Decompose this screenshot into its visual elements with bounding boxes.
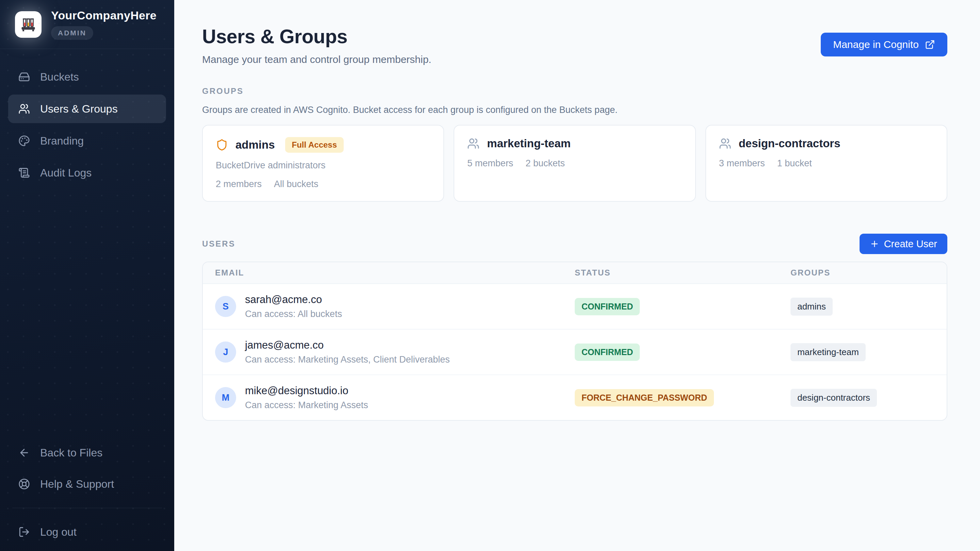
sidebar-item-label: Branding <box>40 135 84 147</box>
footer-item-label: Log out <box>40 526 76 538</box>
avatar: M <box>215 387 236 408</box>
page-subtitle: Manage your team and control group membe… <box>202 54 431 65</box>
life-buoy-icon <box>18 478 30 490</box>
sidebar: YourCompanyHere ADMIN Buckets Users & Gr… <box>0 0 174 551</box>
group-card-design-contractors[interactable]: design-contractors 3 members 1 bucket <box>705 125 947 202</box>
group-name: admins <box>235 138 275 151</box>
groups-section-label: GROUPS <box>202 86 947 96</box>
log-out-icon <box>18 526 30 538</box>
users-table-header: EMAIL STATUS GROUPS <box>203 262 947 284</box>
manage-button-label: Manage in Cognito <box>833 39 919 50</box>
page-title: Users & Groups <box>202 25 431 48</box>
group-description: BucketDrive administrators <box>216 160 430 171</box>
company-logo <box>15 11 41 38</box>
admin-role-badge: ADMIN <box>51 26 93 40</box>
users-table: EMAIL STATUS GROUPS S sarah@acme.co Can … <box>202 262 947 421</box>
group-chip: admins <box>791 298 833 316</box>
arrow-left-icon <box>18 447 30 459</box>
sidebar-item-label: Buckets <box>40 71 79 83</box>
user-access: Can access: Marketing Assets <box>245 400 368 411</box>
group-members-count: 3 members <box>719 158 765 169</box>
column-header-groups: GROUPS <box>791 268 934 278</box>
avatar: J <box>215 341 236 362</box>
group-chip: marketing-team <box>791 343 865 361</box>
group-card-admins[interactable]: admins Full Access BucketDrive administr… <box>202 125 444 202</box>
group-card-marketing-team[interactable]: marketing-team 5 members 2 buckets <box>453 125 695 202</box>
user-email: sarah@acme.co <box>245 294 342 306</box>
log-out-button[interactable]: Log out <box>8 518 166 546</box>
footer-item-label: Help & Support <box>40 478 114 491</box>
status-badge: FORCE_CHANGE_PASSWORD <box>575 389 714 407</box>
sidebar-header: YourCompanyHere ADMIN <box>0 0 174 49</box>
group-chip: design-contractors <box>791 389 877 407</box>
table-row[interactable]: S sarah@acme.co Can access: All buckets … <box>203 284 947 330</box>
group-name: marketing-team <box>487 137 571 150</box>
status-badge: CONFIRMED <box>575 298 640 315</box>
group-buckets-count: 1 bucket <box>777 158 812 169</box>
main-content: Users & Groups Manage your team and cont… <box>174 0 980 551</box>
users-section-label: USERS <box>202 239 235 249</box>
create-user-button[interactable]: Create User <box>859 233 947 254</box>
table-row[interactable]: J james@acme.co Can access: Marketing As… <box>203 330 947 375</box>
column-header-email: EMAIL <box>215 268 575 278</box>
groups-section-description: Groups are created in AWS Cognito. Bucke… <box>202 105 947 115</box>
footer-item-label: Back to Files <box>40 446 102 459</box>
sidebar-item-buckets[interactable]: Buckets <box>8 63 166 91</box>
sidebar-item-label: Users & Groups <box>40 103 118 115</box>
user-access: Can access: Marketing Assets, Client Del… <box>245 354 450 365</box>
table-row[interactable]: M mike@designstudio.io Can access: Marke… <box>203 375 947 420</box>
company-name: YourCompanyHere <box>51 9 156 22</box>
user-email: james@acme.co <box>245 339 450 351</box>
plus-icon <box>870 239 879 249</box>
sidebar-footer: Back to Files Help & Support Log out <box>0 432 174 551</box>
help-support-link[interactable]: Help & Support <box>8 470 166 498</box>
footer-divider <box>12 508 162 508</box>
status-badge: CONFIRMED <box>575 343 640 361</box>
column-header-status: STATUS <box>575 268 791 278</box>
palette-icon <box>18 135 30 147</box>
users-icon <box>18 103 30 114</box>
users-icon <box>719 137 731 150</box>
sidebar-item-users-groups[interactable]: Users & Groups <box>8 95 166 123</box>
avatar: S <box>215 296 236 317</box>
group-buckets-count: All buckets <box>274 179 318 189</box>
scroll-icon <box>18 167 30 179</box>
users-icon <box>467 137 479 150</box>
group-buckets-count: 2 buckets <box>525 158 565 169</box>
external-link-icon <box>925 40 935 50</box>
sidebar-nav: Buckets Users & Groups Branding Audit Lo… <box>0 49 174 201</box>
group-cards: admins Full Access BucketDrive administr… <box>202 125 947 202</box>
full-access-badge: Full Access <box>285 137 344 153</box>
group-members-count: 2 members <box>216 179 262 189</box>
user-email: mike@designstudio.io <box>245 385 368 397</box>
group-members-count: 5 members <box>467 158 513 169</box>
back-to-files-link[interactable]: Back to Files <box>8 438 166 467</box>
hard-drive-icon <box>18 71 30 83</box>
sidebar-item-label: Audit Logs <box>40 167 92 179</box>
user-access: Can access: All buckets <box>245 309 342 319</box>
manage-in-cognito-button[interactable]: Manage in Cognito <box>821 33 947 56</box>
sidebar-item-audit-logs[interactable]: Audit Logs <box>8 159 166 187</box>
shield-icon <box>216 139 228 151</box>
group-name: design-contractors <box>739 137 840 150</box>
test-tubes-logo-icon <box>19 16 37 33</box>
create-button-label: Create User <box>884 238 937 250</box>
sidebar-item-branding[interactable]: Branding <box>8 127 166 155</box>
